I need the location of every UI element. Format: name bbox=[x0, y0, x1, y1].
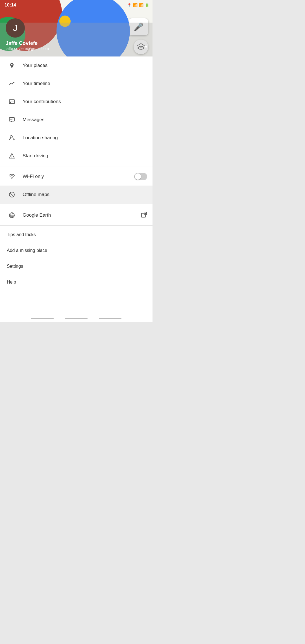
avatar-letter: J bbox=[13, 23, 18, 33]
svg-rect-11 bbox=[9, 118, 14, 121]
menu-item-start-driving[interactable]: Start driving bbox=[0, 147, 152, 165]
menu-item-offline-maps[interactable]: Offline maps bbox=[0, 186, 152, 204]
svg-point-19 bbox=[12, 178, 12, 179]
toggle-knob bbox=[135, 173, 141, 180]
menu-item-your-places[interactable]: Your places bbox=[0, 56, 152, 75]
user-name: Jaffe Covfefe bbox=[6, 40, 49, 46]
header-user-content: J Jaffe Covfefe jaffe.covfefe@gmail.com … bbox=[6, 18, 148, 51]
battery-status-icon: 🔋 bbox=[145, 3, 149, 7]
timeline-icon bbox=[7, 80, 17, 87]
external-link-icon bbox=[141, 212, 147, 219]
menu-item-your-contributions[interactable]: Your contributions bbox=[0, 93, 152, 111]
svg-rect-10 bbox=[10, 102, 11, 103]
scroll-indicator-2 bbox=[65, 318, 88, 319]
divider-1 bbox=[0, 166, 152, 166]
menu-item-location-sharing[interactable]: Location sharing bbox=[0, 129, 152, 147]
menu-item-tips-tricks[interactable]: Tips and tricks bbox=[0, 227, 152, 243]
navigation-drawer: 10:14 📍 📶 📶 🔋 J Jaffe Covfefe jaffe.covf… bbox=[0, 0, 152, 322]
menu-label-settings: Settings bbox=[7, 264, 23, 269]
menu-item-help[interactable]: Help bbox=[0, 274, 152, 290]
signal-status-icon: 📶 bbox=[139, 3, 143, 7]
menu-label-your-timeline: Your timeline bbox=[23, 81, 147, 86]
places-icon bbox=[7, 62, 17, 69]
messages-icon bbox=[7, 117, 17, 123]
scroll-indicator-3 bbox=[99, 318, 121, 319]
menu-label-add-missing-place: Add a missing place bbox=[7, 248, 47, 253]
account-dropdown-button[interactable]: ▼ bbox=[144, 44, 148, 51]
menu-label-tips-tricks: Tips and tricks bbox=[7, 232, 36, 237]
wifi-only-toggle[interactable] bbox=[134, 173, 147, 180]
menu-item-settings[interactable]: Settings bbox=[0, 258, 152, 274]
divider-3 bbox=[0, 225, 152, 226]
menu-label-location-sharing: Location sharing bbox=[23, 135, 147, 141]
location-status-icon: 📍 bbox=[127, 3, 132, 7]
status-bar: 10:14 📍 📶 📶 🔋 bbox=[0, 0, 152, 10]
svg-point-18 bbox=[12, 157, 12, 158]
svg-line-21 bbox=[10, 193, 14, 197]
menu-item-messages[interactable]: Messages bbox=[0, 111, 152, 129]
menu-label-your-places: Your places bbox=[23, 63, 147, 68]
menu-label-help: Help bbox=[7, 280, 16, 285]
svg-point-14 bbox=[10, 136, 12, 138]
wifi-status-icon: 📶 bbox=[133, 3, 138, 7]
user-info: J Jaffe Covfefe jaffe.covfefe@gmail.com bbox=[6, 18, 49, 51]
bottom-navigation-bar bbox=[0, 315, 152, 322]
menu-label-google-earth: Google Earth bbox=[23, 212, 141, 218]
menu-label-offline-maps: Offline maps bbox=[23, 192, 147, 197]
menu-label-your-contributions: Your contributions bbox=[23, 99, 147, 105]
location-sharing-icon bbox=[7, 135, 17, 141]
wifi-icon bbox=[7, 173, 17, 180]
drawer-menu: Your places Your timeline Your contribut… bbox=[0, 56, 152, 322]
driving-icon bbox=[7, 153, 17, 159]
divider-2 bbox=[0, 205, 152, 205]
drawer-header: 10:14 📍 📶 📶 🔋 J Jaffe Covfefe jaffe.covf… bbox=[0, 0, 152, 56]
status-icons: 📍 📶 📶 🔋 bbox=[127, 3, 149, 7]
menu-label-start-driving: Start driving bbox=[23, 153, 147, 159]
user-email: jaffe.covfefe@gmail.com bbox=[6, 46, 49, 51]
menu-item-wifi-only[interactable]: Wi-Fi only bbox=[0, 167, 152, 186]
contributions-icon bbox=[7, 99, 17, 105]
svg-rect-8 bbox=[9, 100, 14, 104]
menu-item-add-missing-place[interactable]: Add a missing place bbox=[0, 243, 152, 258]
menu-label-messages: Messages bbox=[23, 117, 147, 123]
scroll-indicator-1 bbox=[31, 318, 54, 319]
svg-line-28 bbox=[144, 212, 147, 215]
menu-label-wifi-only: Wi-Fi only bbox=[23, 174, 134, 179]
menu-item-your-timeline[interactable]: Your timeline bbox=[0, 75, 152, 93]
menu-item-google-earth[interactable]: Google Earth bbox=[0, 206, 152, 224]
google-earth-icon bbox=[7, 212, 17, 218]
status-time: 10:14 bbox=[5, 3, 16, 8]
offline-maps-icon bbox=[7, 192, 17, 198]
user-avatar[interactable]: J bbox=[6, 18, 25, 38]
